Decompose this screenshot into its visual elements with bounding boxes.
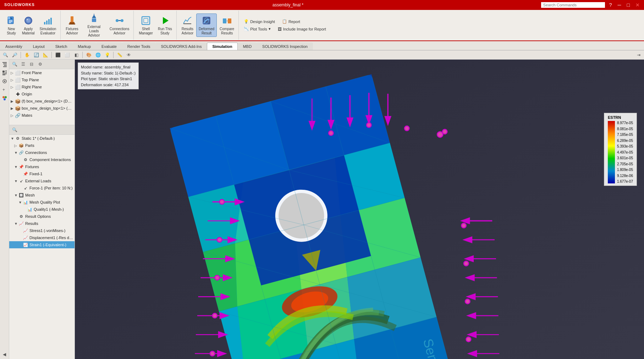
close-icon[interactable]: ✕	[634, 2, 641, 8]
filter-icon[interactable]: 🔍	[11, 60, 18, 68]
expand-panel-icon[interactable]: ⇥	[635, 51, 643, 59]
component-interactions-icon: ⚙	[23, 157, 28, 162]
tree-item-results[interactable]: ▼ 📈 Results	[9, 220, 75, 227]
tree-item-right-plane[interactable]: ▷ ⬜ Right Plane	[9, 83, 75, 90]
view-toolbar: 🔍 🔎 ✋ 🔄 📐 ⬛ ⬜ ◧ 🎨 🌐 💡 📏 👁 ⇥	[0, 50, 644, 60]
section-view-icon[interactable]: ◧	[72, 51, 80, 59]
svg-point-21	[116, 19, 119, 22]
origin-label: Origin	[22, 92, 32, 96]
zoom-to-fit-icon[interactable]: 🔍	[1, 51, 9, 59]
tab-solidworks-inspection[interactable]: SOLIDWORKS Inspection	[257, 43, 313, 50]
tab-evaluate[interactable]: Evaluate	[96, 43, 122, 50]
fixtures-advisor-button[interactable]: FixturesAdvisor	[64, 14, 81, 37]
external-loads-button[interactable]: External LoadsAdvisor	[81, 12, 107, 39]
filter2-icon[interactable]: 🔍	[11, 126, 18, 134]
tab-simulation[interactable]: Simulation	[207, 43, 237, 50]
scene-icon[interactable]: 🌐	[94, 51, 102, 59]
report-button[interactable]: 📋 Report	[281, 18, 302, 24]
tab-render-tools[interactable]: Render Tools	[122, 43, 156, 50]
tree-item-parts[interactable]: ▷ 📦 Parts	[9, 142, 75, 149]
simulation-evaluator-button[interactable]: SimulationEvaluator	[38, 14, 59, 37]
scroll-left-icon[interactable]: ◀	[1, 350, 9, 358]
settings-icon[interactable]: ⚙	[36, 60, 44, 68]
tree-item-force-1[interactable]: ▷ ↙ Force-1 (Per item: 10 N:)	[9, 184, 75, 192]
plot-tools-button[interactable]: 📉 Plot Tools ▾	[242, 26, 272, 32]
plot-type-value: Static strain Strain1	[98, 77, 132, 81]
apply-material-icon	[23, 15, 34, 26]
vertical-toolbar: + ◀	[0, 60, 9, 359]
svg-point-46	[5, 96, 7, 98]
svg-rect-14	[50, 18, 52, 24]
tab-markup[interactable]: Markup	[72, 43, 96, 50]
maximize-icon[interactable]: □	[626, 2, 631, 8]
appearance-icon[interactable]: 🎨	[85, 51, 93, 59]
results-advisor-button[interactable]: ResultsAdvisor	[180, 14, 196, 37]
appearance-manager-icon[interactable]	[1, 94, 9, 102]
tree-item-mesh-quality-plot[interactable]: ▼ 📊 Mesh Quality Plot	[9, 199, 75, 206]
results-advisor-icon	[182, 15, 193, 26]
view-style-icon[interactable]: ⬛	[54, 51, 62, 59]
tree-item-component-interactions[interactable]: ▷ ⚙ Component Interactions	[9, 156, 75, 163]
feature-tree-icon[interactable]	[1, 60, 9, 68]
tree-item-static1[interactable]: ▼ ⚙ Static 1* (-Default-)	[9, 135, 75, 142]
tree-item-mesh[interactable]: ▼ 🔲 Mesh	[9, 192, 75, 199]
apply-material-button[interactable]: ApplyMaterial	[20, 14, 37, 37]
tree-item-top-plane[interactable]: ▷ ⬜ Top Plane	[9, 76, 75, 83]
quality-icon: 📊	[27, 206, 33, 212]
tab-layout[interactable]: Layout	[28, 43, 50, 50]
rotate-icon[interactable]: 🔄	[32, 51, 40, 59]
include-image-button[interactable]: 🖼 Include Image for Report	[276, 26, 327, 32]
tab-assembly[interactable]: Assembly	[0, 43, 28, 50]
ribbon-right-panel: 💡 Design Insight 📋 Report 📉 Plot Tools ▾…	[240, 11, 643, 40]
run-study-label: Run ThisStudy	[158, 27, 172, 35]
config-manager-icon[interactable]	[1, 77, 9, 85]
view-orientation-icon[interactable]: 📐	[42, 51, 49, 59]
3d-viewport[interactable]: Sensor	[75, 60, 644, 359]
sketch-display-icon[interactable]: 📏	[116, 51, 123, 59]
tree-item-box-new-design-top[interactable]: ▶ 📦 box_new_design_top<1> (Defa	[9, 105, 75, 112]
tree-item-origin[interactable]: ▷ ✚ Origin	[9, 90, 75, 98]
tree-item-connections[interactable]: ▼ 🔗 Connections	[9, 149, 75, 156]
lights-icon[interactable]: 💡	[103, 51, 111, 59]
dim-xpert-icon[interactable]: +	[1, 86, 9, 94]
stress1-label: Stress1 (-vonMises-)	[29, 228, 65, 233]
new-study-button[interactable]: NewStudy	[4, 14, 19, 37]
deformed-result-button[interactable]: DeformedResult	[196, 13, 217, 37]
zoom-in-icon[interactable]: 🔎	[11, 51, 18, 59]
tree-item-fixed-1[interactable]: ▷ 📌 Fixed-1	[9, 170, 75, 177]
design-insight-button[interactable]: 💡 Design Insight	[242, 18, 276, 24]
svg-rect-40	[2, 73, 7, 74]
sidebar-toolbar-bottom: 🔍	[9, 125, 75, 135]
search-input[interactable]	[541, 2, 605, 8]
tree-item-mates[interactable]: ▷ 🔗 Mates	[9, 112, 75, 119]
hide-show-icon[interactable]: 👁	[125, 51, 133, 59]
list-view-icon[interactable]: ☰	[19, 60, 27, 68]
tree-item-fixtures[interactable]: ▼ 📌 Fixtures	[9, 163, 75, 170]
tree-item-stress1[interactable]: ▷ 📈 Stress1 (-vonMises-)	[9, 227, 75, 234]
pan-icon[interactable]: ✋	[23, 51, 31, 59]
tree-item-displacement1[interactable]: ▷ 📈 Displacement1 (-Res disp-)	[9, 234, 75, 241]
plane-icon: ⬜	[15, 84, 21, 90]
run-study-button[interactable]: Run ThisStudy	[156, 14, 174, 37]
svg-point-143	[217, 237, 222, 242]
connections-advisor-button[interactable]: ConnectionsAdvisor	[108, 14, 132, 37]
tree-item-result-options[interactable]: ▷ ⚙ Result Options	[9, 213, 75, 220]
help-icon[interactable]: ?	[608, 2, 613, 8]
property-manager-icon[interactable]	[1, 69, 9, 77]
collapse-all-icon[interactable]: ⊟	[28, 60, 35, 68]
tree-item-external-loads[interactable]: ▼ ↙ External Loads	[9, 177, 75, 184]
shell-manager-button[interactable]: ShellManager	[137, 14, 155, 37]
tab-solidworks-addins[interactable]: SOLIDWORKS Add-Ins	[155, 43, 207, 50]
compare-results-button[interactable]: CompareResults	[218, 14, 236, 37]
tree-item-box-new-design-1[interactable]: ▶ 📦 (f) box_new_design<1> (Defaul	[9, 98, 75, 105]
tree-item-front-plane[interactable]: ▷ ⬜ Front Plane	[9, 69, 75, 76]
svg-point-152	[437, 132, 443, 137]
minimize-icon[interactable]: ─	[616, 2, 623, 8]
tab-sketch[interactable]: Sketch	[50, 43, 73, 50]
stress-icon: 📈	[23, 228, 28, 233]
svg-point-10	[27, 19, 28, 20]
display-mode-icon[interactable]: ⬜	[63, 51, 71, 59]
tree-item-quality1[interactable]: ▷ 📊 Quality1 (-Mesh-)	[9, 206, 75, 213]
tree-item-strain1[interactable]: ▷ 📈 Strain1 (-Equivalent-)	[9, 241, 75, 248]
tab-mbd[interactable]: MBD	[238, 43, 257, 50]
